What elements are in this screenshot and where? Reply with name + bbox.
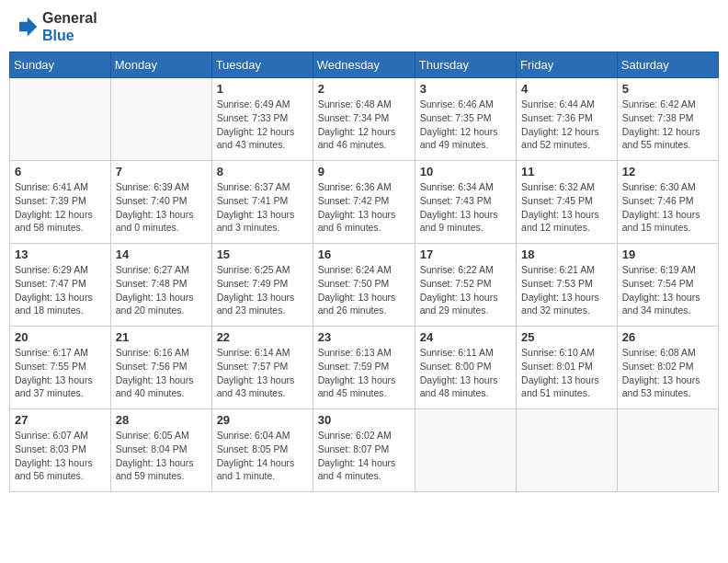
day-info: Sunrise: 6:48 AMSunset: 7:34 PMDaylight:… <box>318 98 410 152</box>
logo-text: General Blue <box>42 9 97 44</box>
calendar-cell <box>617 409 718 492</box>
calendar-cell: 13Sunrise: 6:29 AMSunset: 7:47 PMDayligh… <box>10 244 111 327</box>
day-number: 25 <box>521 330 612 344</box>
calendar-cell: 5Sunrise: 6:42 AMSunset: 7:38 PMDaylight… <box>617 78 718 161</box>
calendar-cell <box>110 78 211 161</box>
day-info: Sunrise: 6:19 AMSunset: 7:54 PMDaylight:… <box>622 263 713 317</box>
day-number: 1 <box>217 82 308 96</box>
day-info: Sunrise: 6:37 AMSunset: 7:41 PMDaylight:… <box>217 180 308 235</box>
day-number: 24 <box>420 330 511 344</box>
calendar-cell: 2Sunrise: 6:48 AMSunset: 7:34 PMDaylight… <box>313 78 415 161</box>
day-info: Sunrise: 6:27 AMSunset: 7:48 PMDaylight:… <box>116 263 207 317</box>
calendar-cell: 24Sunrise: 6:11 AMSunset: 8:00 PMDayligh… <box>415 327 516 409</box>
day-info: Sunrise: 6:05 AMSunset: 8:04 PMDaylight:… <box>116 429 207 483</box>
calendar-cell: 26Sunrise: 6:08 AMSunset: 8:02 PMDayligh… <box>617 327 718 409</box>
logo-icon <box>13 14 39 40</box>
calendar-cell <box>517 409 618 492</box>
weekday-tuesday: Tuesday <box>211 52 313 78</box>
weekday-saturday: Saturday <box>617 52 718 78</box>
page-header: General Blue <box>9 9 719 44</box>
calendar-cell: 9Sunrise: 6:36 AMSunset: 7:42 PMDaylight… <box>313 161 415 244</box>
calendar-cell: 19Sunrise: 6:19 AMSunset: 7:54 PMDayligh… <box>617 244 718 327</box>
calendar-cell: 23Sunrise: 6:13 AMSunset: 7:59 PMDayligh… <box>313 327 415 409</box>
calendar-week-3: 13Sunrise: 6:29 AMSunset: 7:47 PMDayligh… <box>10 244 719 327</box>
calendar-cell: 3Sunrise: 6:46 AMSunset: 7:35 PMDaylight… <box>415 78 516 161</box>
calendar-cell: 30Sunrise: 6:02 AMSunset: 8:07 PMDayligh… <box>313 409 415 492</box>
calendar-cell <box>10 78 111 161</box>
day-info: Sunrise: 6:07 AMSunset: 8:03 PMDaylight:… <box>15 429 106 483</box>
weekday-friday: Friday <box>517 52 618 78</box>
day-info: Sunrise: 6:29 AMSunset: 7:47 PMDaylight:… <box>15 263 106 317</box>
calendar-cell: 12Sunrise: 6:30 AMSunset: 7:46 PMDayligh… <box>617 161 718 244</box>
logo: General Blue <box>13 9 97 44</box>
day-info: Sunrise: 6:25 AMSunset: 7:49 PMDaylight:… <box>217 263 308 317</box>
day-info: Sunrise: 6:11 AMSunset: 8:00 PMDaylight:… <box>420 346 511 400</box>
day-number: 28 <box>116 413 207 427</box>
day-number: 27 <box>15 413 106 427</box>
day-number: 18 <box>521 247 612 261</box>
day-number: 26 <box>622 330 713 344</box>
day-info: Sunrise: 6:04 AMSunset: 8:05 PMDaylight:… <box>217 429 308 483</box>
calendar-cell: 28Sunrise: 6:05 AMSunset: 8:04 PMDayligh… <box>110 409 211 492</box>
calendar-cell: 16Sunrise: 6:24 AMSunset: 7:50 PMDayligh… <box>313 244 415 327</box>
day-number: 22 <box>217 330 308 344</box>
calendar-week-5: 27Sunrise: 6:07 AMSunset: 8:03 PMDayligh… <box>10 409 719 492</box>
calendar-week-1: 1Sunrise: 6:49 AMSunset: 7:33 PMDaylight… <box>10 78 719 161</box>
calendar-cell <box>415 409 516 492</box>
calendar-cell: 15Sunrise: 6:25 AMSunset: 7:49 PMDayligh… <box>211 244 313 327</box>
day-number: 9 <box>318 165 410 178</box>
calendar-cell: 6Sunrise: 6:41 AMSunset: 7:39 PMDaylight… <box>10 161 111 244</box>
calendar-week-4: 20Sunrise: 6:17 AMSunset: 7:55 PMDayligh… <box>10 327 719 409</box>
day-number: 8 <box>217 165 308 178</box>
day-info: Sunrise: 6:21 AMSunset: 7:53 PMDaylight:… <box>521 263 612 317</box>
day-number: 21 <box>116 330 207 344</box>
weekday-wednesday: Wednesday <box>313 52 415 78</box>
day-info: Sunrise: 6:08 AMSunset: 8:02 PMDaylight:… <box>622 346 713 400</box>
day-info: Sunrise: 6:46 AMSunset: 7:35 PMDaylight:… <box>420 98 511 152</box>
day-info: Sunrise: 6:10 AMSunset: 8:01 PMDaylight:… <box>521 346 612 400</box>
day-number: 5 <box>622 82 713 96</box>
day-number: 13 <box>15 247 106 261</box>
calendar-cell: 29Sunrise: 6:04 AMSunset: 8:05 PMDayligh… <box>211 409 313 492</box>
svg-marker-1 <box>19 17 37 37</box>
calendar-cell: 20Sunrise: 6:17 AMSunset: 7:55 PMDayligh… <box>10 327 111 409</box>
calendar-cell: 1Sunrise: 6:49 AMSunset: 7:33 PMDaylight… <box>211 78 313 161</box>
day-info: Sunrise: 6:24 AMSunset: 7:50 PMDaylight:… <box>318 263 410 317</box>
day-number: 14 <box>116 247 207 261</box>
day-number: 20 <box>15 330 106 344</box>
calendar-cell: 18Sunrise: 6:21 AMSunset: 7:53 PMDayligh… <box>517 244 618 327</box>
calendar-table: SundayMondayTuesdayWednesdayThursdayFrid… <box>9 52 719 492</box>
day-info: Sunrise: 6:34 AMSunset: 7:43 PMDaylight:… <box>420 180 511 235</box>
day-info: Sunrise: 6:42 AMSunset: 7:38 PMDaylight:… <box>622 98 713 152</box>
calendar-cell: 25Sunrise: 6:10 AMSunset: 8:01 PMDayligh… <box>517 327 618 409</box>
calendar-week-2: 6Sunrise: 6:41 AMSunset: 7:39 PMDaylight… <box>10 161 719 244</box>
day-info: Sunrise: 6:02 AMSunset: 8:07 PMDaylight:… <box>318 429 410 483</box>
day-number: 3 <box>420 82 511 96</box>
day-info: Sunrise: 6:30 AMSunset: 7:46 PMDaylight:… <box>622 180 713 235</box>
weekday-thursday: Thursday <box>415 52 516 78</box>
calendar-cell: 27Sunrise: 6:07 AMSunset: 8:03 PMDayligh… <box>10 409 111 492</box>
calendar-cell: 17Sunrise: 6:22 AMSunset: 7:52 PMDayligh… <box>415 244 516 327</box>
day-number: 6 <box>15 165 106 178</box>
day-number: 17 <box>420 247 511 261</box>
day-number: 12 <box>622 165 713 178</box>
day-info: Sunrise: 6:17 AMSunset: 7:55 PMDaylight:… <box>15 346 106 400</box>
calendar-cell: 7Sunrise: 6:39 AMSunset: 7:40 PMDaylight… <box>110 161 211 244</box>
calendar-cell: 4Sunrise: 6:44 AMSunset: 7:36 PMDaylight… <box>517 78 618 161</box>
day-number: 16 <box>318 247 410 261</box>
day-info: Sunrise: 6:32 AMSunset: 7:45 PMDaylight:… <box>521 180 612 235</box>
day-number: 19 <box>622 247 713 261</box>
day-info: Sunrise: 6:16 AMSunset: 7:56 PMDaylight:… <box>116 346 207 400</box>
day-number: 23 <box>318 330 410 344</box>
weekday-monday: Monday <box>110 52 211 78</box>
day-number: 29 <box>217 413 308 427</box>
day-info: Sunrise: 6:14 AMSunset: 7:57 PMDaylight:… <box>217 346 308 400</box>
day-info: Sunrise: 6:41 AMSunset: 7:39 PMDaylight:… <box>15 180 106 235</box>
calendar-cell: 21Sunrise: 6:16 AMSunset: 7:56 PMDayligh… <box>110 327 211 409</box>
day-info: Sunrise: 6:49 AMSunset: 7:33 PMDaylight:… <box>217 98 308 152</box>
day-number: 15 <box>217 247 308 261</box>
day-info: Sunrise: 6:13 AMSunset: 7:59 PMDaylight:… <box>318 346 410 400</box>
weekday-header-row: SundayMondayTuesdayWednesdayThursdayFrid… <box>10 52 719 78</box>
calendar-cell: 14Sunrise: 6:27 AMSunset: 7:48 PMDayligh… <box>110 244 211 327</box>
day-info: Sunrise: 6:36 AMSunset: 7:42 PMDaylight:… <box>318 180 410 235</box>
